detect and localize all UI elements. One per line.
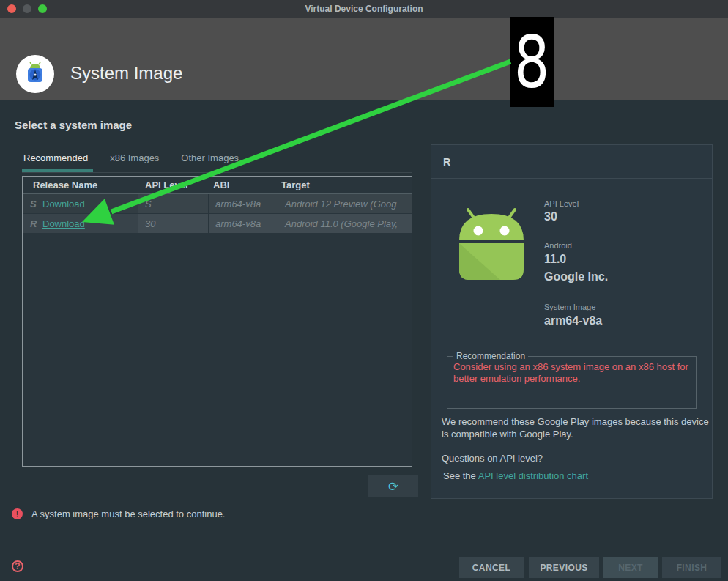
vendor-value: Google Inc. [544, 270, 608, 284]
release-name-cell[interactable]: S Download [23, 194, 138, 213]
table-row-s[interactable]: S Download S arm64-v8a Android 12 Previe… [23, 194, 412, 213]
table-header-row: Release Name API Level ABI Target [23, 177, 412, 194]
system-image-table[interactable]: Release Name API Level ABI Target S Down… [22, 176, 412, 467]
column-header-api-level[interactable]: API Level [138, 180, 207, 190]
recommendation-text: Consider using an x86 system image on an… [453, 361, 690, 385]
see-the-text: See the [443, 470, 478, 481]
details-panel: R API Level 30 Android 11.0 Google Inc. … [431, 144, 713, 499]
tab-divider [22, 172, 412, 173]
download-link-r[interactable]: Download [42, 218, 85, 229]
tab-x86-images[interactable]: x86 Images [110, 152, 159, 163]
window-controls [7, 4, 47, 13]
release-name-cell[interactable]: R Download [23, 214, 138, 233]
validation-error: ! A system image must be selected to con… [12, 508, 225, 519]
annotation-number-label: 8 [514, 26, 550, 98]
help-button[interactable]: ? [12, 560, 23, 572]
zoom-window-button[interactable] [38, 4, 47, 13]
refresh-button[interactable]: ⟳ [368, 475, 418, 497]
target-cell[interactable]: Android 12 Preview (Goog [278, 194, 412, 213]
api-level-cell[interactable]: S [138, 194, 208, 213]
column-header-target[interactable]: Target [276, 180, 412, 190]
api-level-label: API Level [544, 199, 579, 208]
wizard-header: System Image [0, 18, 728, 100]
finish-button: FINISH [662, 557, 721, 578]
api-distribution-chart-link[interactable]: API level distribution chart [478, 470, 588, 481]
abi-cell[interactable]: arm64-v8a [209, 194, 278, 213]
tab-other-images[interactable]: Other Images [181, 152, 239, 163]
previous-button[interactable]: PREVIOUS [529, 557, 599, 578]
recommendation-legend: Recommendation [453, 351, 528, 361]
annotation-step-number: 8 [510, 17, 554, 107]
minimize-window-button [23, 4, 31, 13]
abi-cell[interactable]: arm64-v8a [209, 214, 278, 233]
cancel-button[interactable]: CANCEL [459, 557, 524, 578]
release-marker: S [23, 199, 42, 210]
download-link-s[interactable]: Download [42, 199, 85, 210]
android-label: Android [544, 241, 572, 250]
next-button: NEXT [603, 557, 658, 578]
android-version-value: 11.0 [544, 253, 566, 266]
target-cell[interactable]: Android 11.0 (Google Play, [278, 214, 412, 233]
api-question-text: Questions on API level? [442, 453, 543, 464]
column-header-abi[interactable]: ABI [207, 180, 276, 190]
titlebar: Virtual Device Configuration [0, 0, 728, 18]
api-level-value: 30 [544, 210, 557, 223]
column-header-release-name[interactable]: Release Name [23, 180, 138, 190]
help-icon: ? [15, 561, 20, 571]
system-image-value: arm64-v8a [544, 314, 602, 327]
refresh-icon: ⟳ [388, 479, 398, 495]
see-the-line: See the API level distribution chart [443, 470, 588, 481]
system-image-label: System Image [544, 303, 595, 311]
recommendation-box: Recommendation Consider using an x86 sys… [447, 356, 697, 409]
section-title: Select a system image [15, 119, 132, 131]
android-robot-icon [456, 207, 527, 286]
window-title: Virtual Device Configuration [305, 4, 423, 14]
details-title: R [431, 145, 712, 179]
close-window-button[interactable] [7, 4, 16, 13]
table-row-r[interactable]: R Download 30 arm64-v8a Android 11.0 (Go… [23, 214, 412, 233]
page-title: System Image [70, 63, 182, 84]
image-tabs: Recommended x86 Images Other Images [23, 152, 239, 163]
google-play-note: We recommend these Google Play images be… [442, 416, 717, 441]
android-studio-logo-icon [16, 55, 54, 93]
error-message: A system image must be selected to conti… [31, 508, 225, 519]
release-marker: R [23, 218, 42, 229]
error-icon: ! [12, 508, 23, 519]
virtual-device-configuration-dialog: Virtual Device Configuration System Imag… [0, 0, 728, 581]
api-level-cell[interactable]: 30 [138, 214, 208, 233]
tab-recommended[interactable]: Recommended [23, 152, 88, 163]
